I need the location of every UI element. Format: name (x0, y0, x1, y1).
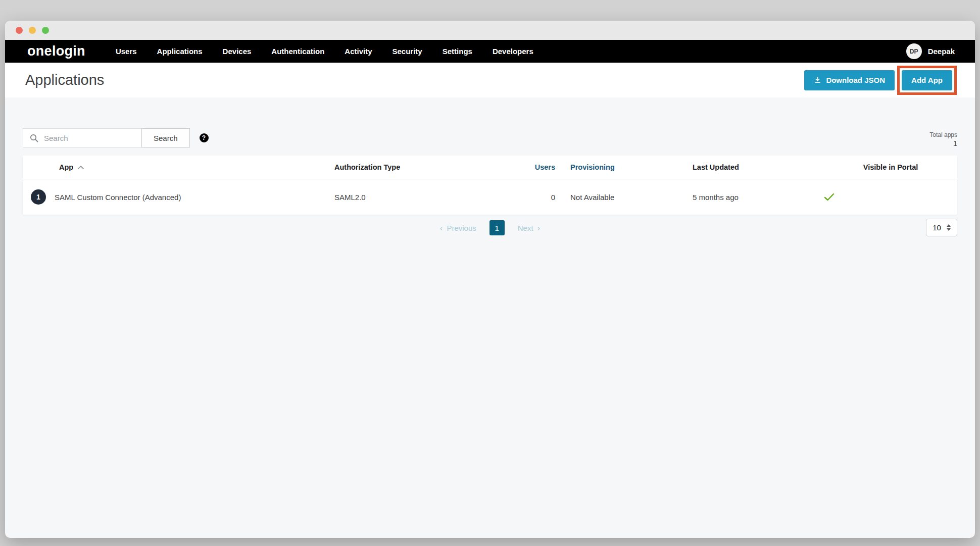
next-label: Next (518, 224, 533, 232)
onelogin-logo: onelogin (27, 43, 85, 59)
nav-item-settings[interactable]: Settings (443, 47, 472, 56)
avatar[interactable]: DP (906, 43, 922, 59)
app-name[interactable]: SAML Custom Connector (Advanced) (55, 193, 181, 202)
content-area: Search ? Total apps 1 App Authorization … (5, 97, 975, 538)
maximize-button[interactable] (42, 27, 49, 34)
add-app-label: Add App (911, 76, 943, 84)
nav-item-developers[interactable]: Developers (493, 47, 533, 56)
user-name: Deepak (928, 47, 955, 56)
app-cell[interactable]: 1 SAML Custom Connector (Advanced) (23, 189, 334, 205)
next-page-button[interactable]: Next › (518, 224, 541, 232)
column-header-app[interactable]: App (23, 163, 334, 171)
nav-item-users[interactable]: Users (116, 47, 137, 56)
add-app-highlight: Add App (897, 66, 957, 95)
column-header-visible-in-portal: Visible in Portal (824, 163, 957, 171)
top-navbar: onelogin Users Applications Devices Auth… (5, 40, 975, 63)
page-header: Applications Download JSON Add App (5, 63, 975, 97)
visible-in-portal-cell (824, 193, 957, 201)
previous-label: Previous (447, 224, 476, 232)
app-window: onelogin Users Applications Devices Auth… (5, 21, 975, 538)
download-icon (814, 76, 821, 84)
search-box (23, 128, 142, 147)
nav-item-devices[interactable]: Devices (223, 47, 252, 56)
nav-item-activity[interactable]: Activity (345, 47, 372, 56)
add-app-button[interactable]: Add App (902, 70, 952, 90)
nav-item-authentication[interactable]: Authentication (271, 47, 324, 56)
chevron-left-icon: ‹ (440, 224, 443, 232)
help-icon[interactable]: ? (200, 133, 209, 142)
download-json-button[interactable]: Download JSON (804, 70, 895, 90)
user-menu[interactable]: DP Deepak (906, 43, 955, 59)
applications-table: App Authorization Type Users Provisionin… (23, 156, 957, 215)
header-actions: Download JSON Add App (804, 66, 957, 95)
stepper-arrows-icon (947, 224, 951, 231)
nav-item-security[interactable]: Security (393, 47, 422, 56)
toolbar: Search ? Total apps 1 (23, 128, 957, 147)
window-titlebar (5, 21, 975, 40)
search-icon (30, 134, 38, 142)
nav-menu: Users Applications Devices Authenticatio… (116, 47, 533, 56)
table-row[interactable]: 1 SAML Custom Connector (Advanced) SAML2… (23, 179, 957, 215)
page-size-select[interactable]: 10 (926, 219, 957, 236)
column-header-users[interactable]: Users (520, 163, 555, 171)
nav-item-applications[interactable]: Applications (157, 47, 203, 56)
users-cell: 0 (520, 193, 555, 202)
search-input[interactable] (44, 134, 130, 142)
provisioning-cell: Not Available (555, 193, 693, 202)
total-apps-label: Total apps (929, 131, 957, 138)
column-header-auth-type: Authorization Type (334, 163, 520, 171)
page-title: Applications (25, 72, 104, 88)
auth-type-cell: SAML2.0 (334, 193, 520, 202)
table-header-row: App Authorization Type Users Provisionin… (23, 156, 957, 179)
pagination: ‹ Previous 1 Next › (23, 219, 957, 237)
chevron-right-icon: › (537, 224, 541, 232)
sort-ascending-icon (78, 166, 84, 169)
last-updated-cell: 5 months ago (693, 193, 824, 202)
current-page-button[interactable]: 1 (489, 220, 505, 235)
page-size-value: 10 (933, 223, 941, 232)
total-apps-value: 1 (953, 139, 957, 147)
search-button[interactable]: Search (141, 128, 190, 147)
download-json-label: Download JSON (826, 76, 885, 84)
previous-page-button[interactable]: ‹ Previous (440, 224, 476, 232)
pagination-row: ‹ Previous 1 Next › 10 (23, 219, 957, 237)
minimize-button[interactable] (29, 27, 36, 34)
column-header-last-updated: Last Updated (693, 163, 824, 171)
total-apps: Total apps 1 (929, 128, 957, 147)
close-button[interactable] (16, 27, 23, 34)
check-icon (824, 193, 957, 201)
column-header-provisioning[interactable]: Provisioning (555, 163, 693, 171)
app-column-label: App (59, 163, 73, 171)
app-number-badge: 1 (31, 189, 46, 205)
